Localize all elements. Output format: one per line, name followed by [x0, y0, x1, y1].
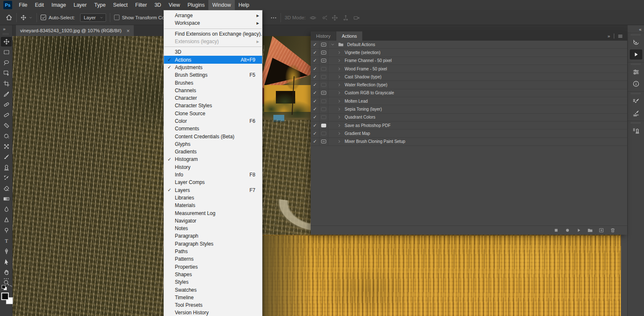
path-selection-tool[interactable] [0, 256, 13, 267]
window-menu-item-character-styles[interactable]: Character Styles [164, 102, 262, 109]
remove-tool[interactable] [0, 131, 13, 141]
window-menu-item-arrange[interactable]: Arrange▶ [164, 12, 262, 19]
action-row-custom-rgb-to-grayscale[interactable]: ✓Custom RGB to Grayscale [311, 89, 627, 97]
include-checkbox[interactable]: ✓ [311, 105, 319, 113]
action-row-mixer-brush-cloning-paint-setup[interactable]: ✓Mixer Brush Cloning Paint Setup [311, 138, 627, 146]
collapse-dock-icon[interactable]: « [628, 25, 644, 33]
caret-right-icon[interactable] [338, 59, 341, 62]
caret-right-icon[interactable] [338, 75, 341, 79]
gradient-tool[interactable] [0, 194, 13, 204]
window-menu-item-paragraph[interactable]: Paragraph [164, 232, 262, 240]
window-menu-item-content-credentials-beta[interactable]: Content Credentials (Beta) [164, 132, 262, 140]
dialog-toggle[interactable] [319, 138, 328, 145]
window-menu-item-paragraph-styles[interactable]: Paragraph Styles [164, 240, 262, 248]
caret-right-icon[interactable] [338, 132, 341, 135]
menu-file[interactable]: File [15, 0, 31, 10]
include-checkbox[interactable]: ✓ [311, 114, 319, 121]
window-menu-item-tool-presets[interactable]: Tool Presets [164, 301, 262, 309]
window-menu-item-character[interactable]: Character [164, 94, 262, 102]
window-menu-item-swatches[interactable]: Swatches [164, 286, 262, 293]
document-tab[interactable]: vineyard-8345243_1920.jpg @ 107% (RGB/8#… [16, 25, 134, 36]
window-menu-item-timeline[interactable]: Timeline [164, 294, 262, 301]
caret-right-icon[interactable] [338, 83, 341, 87]
new-set-button[interactable] [587, 228, 593, 233]
action-row-wood-frame-50-pixel[interactable]: ✓Wood Frame - 50 pixel [311, 65, 627, 73]
edit-toolbar-icon[interactable] [0, 276, 13, 282]
tab-history[interactable]: History [311, 31, 336, 41]
action-row-sepia-toning-layer[interactable]: ✓Sepia Toning (layer) [311, 105, 627, 113]
menu-filter[interactable]: Filter [132, 0, 151, 10]
window-menu-item-layers[interactable]: ✓LayersF7 [164, 186, 262, 194]
window-menu-item-shapes[interactable]: Shapes [164, 271, 262, 278]
healing-brush-tool[interactable] [0, 110, 13, 120]
dialog-toggle[interactable] [319, 97, 328, 105]
action-row-gradient-map[interactable]: ✓Gradient Map [311, 130, 627, 137]
content-aware-move-tool[interactable] [0, 141, 13, 152]
dodge-tool[interactable] [0, 225, 13, 236]
include-checkbox[interactable]: ✓ [311, 49, 319, 56]
include-checkbox[interactable]: ✓ [311, 41, 319, 48]
dialog-toggle[interactable] [319, 81, 328, 88]
lasso-tool[interactable] [0, 57, 13, 68]
dialog-toggle[interactable] [319, 49, 328, 56]
caret-right-icon[interactable] [338, 67, 341, 71]
tool-preset-picker[interactable] [21, 15, 33, 21]
menu-help[interactable]: Help [235, 0, 253, 10]
toolbar-grip[interactable] [3, 33, 9, 35]
more-options-icon[interactable] [270, 15, 277, 21]
include-checkbox[interactable]: ✓ [311, 122, 319, 129]
crop-tool[interactable] [0, 78, 13, 89]
window-menu-item-comments[interactable]: Comments [164, 125, 262, 132]
menu-select[interactable]: Select [109, 0, 132, 10]
window-menu-item-styles[interactable]: Styles [164, 278, 262, 286]
brush-tool[interactable] [0, 152, 13, 162]
record-button[interactable] [565, 228, 570, 233]
window-menu-item-3d[interactable]: 3D [164, 48, 262, 56]
action-set-row-default-actions[interactable]: ✓Default Actions [311, 41, 627, 49]
window-menu-item-navigator[interactable]: Navigator [164, 217, 262, 225]
menu-type[interactable]: Type [91, 0, 109, 10]
sharpen-tool[interactable] [0, 215, 13, 225]
eyedropper-tool[interactable] [0, 89, 13, 99]
panel-icon-properties[interactable] [628, 66, 644, 78]
panel-icon-actions[interactable] [628, 49, 644, 60]
type-tool[interactable]: T [0, 236, 13, 246]
caret-right-icon[interactable] [338, 140, 341, 143]
window-menu-item-materials[interactable]: Materials [164, 202, 262, 209]
delete-button[interactable] [610, 228, 615, 233]
rectangular-marquee-tool[interactable] [0, 47, 13, 57]
dialog-toggle[interactable] [319, 114, 328, 121]
dialog-toggle[interactable] [319, 73, 328, 80]
dialog-toggle[interactable] [319, 105, 328, 113]
close-tab-icon[interactable]: × [127, 28, 130, 34]
window-menu-item-workspace[interactable]: Workspace▶ [164, 19, 262, 27]
window-menu-item-actions[interactable]: ✓ActionsAlt+F9 [164, 56, 262, 63]
caret-right-icon[interactable] [338, 107, 341, 111]
include-checkbox[interactable]: ✓ [311, 138, 319, 145]
panel-icon-tool-presets[interactable] [628, 125, 644, 137]
auto-select-target-dropdown[interactable]: Layer [80, 13, 106, 22]
menu-window[interactable]: Window [208, 0, 234, 10]
panel-icon-history[interactable] [628, 37, 644, 49]
foreground-color-swatch[interactable] [1, 293, 9, 300]
window-menu-item-channels[interactable]: Channels [164, 87, 262, 94]
collapse-panel-icon[interactable]: » [608, 34, 610, 39]
menu-image[interactable]: Image [48, 0, 70, 10]
dialog-toggle[interactable] [319, 122, 328, 129]
window-menu-item-clone-source[interactable]: Clone Source [164, 110, 262, 117]
window-menu-item-adjustments[interactable]: ✓Adjustments [164, 64, 262, 71]
include-checkbox[interactable]: ✓ [311, 73, 319, 80]
dialog-toggle[interactable] [319, 57, 328, 65]
include-checkbox[interactable]: ✓ [311, 97, 319, 105]
include-checkbox[interactable]: ✓ [311, 81, 319, 88]
dock-grip[interactable] [631, 63, 641, 65]
window-menu-item-brushes[interactable]: Brushes [164, 79, 262, 86]
window-menu-item-properties[interactable]: Properties [164, 263, 262, 271]
menu-layer[interactable]: Layer [70, 0, 90, 10]
panel-icon-brush-settings[interactable] [628, 96, 644, 107]
clone-stamp-tool[interactable] [0, 162, 13, 173]
include-checkbox[interactable]: ✓ [311, 57, 319, 65]
expand-toolbar-icon[interactable]: » [0, 25, 12, 33]
window-menu-item-info[interactable]: InfoF8 [164, 171, 262, 179]
caret-right-icon[interactable] [338, 99, 341, 103]
